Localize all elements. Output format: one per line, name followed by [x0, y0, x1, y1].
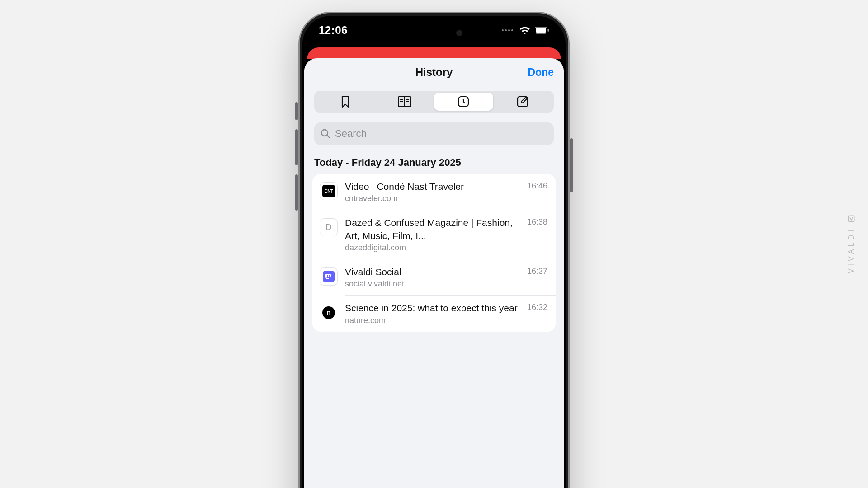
history-item-title: Dazed & Confused Magazine | Fashion, Art…: [345, 216, 520, 242]
svg-point-14: [321, 130, 328, 136]
panel-tabs: [314, 91, 554, 113]
history-item-domain: social.vivaldi.net: [345, 279, 520, 289]
history-item-time: 16:32: [527, 302, 547, 325]
history-item[interactable]: CNT Video | Condé Nast Traveler cntravel…: [312, 174, 556, 210]
svg-line-15: [327, 136, 330, 138]
history-item-domain: dazeddigital.com: [345, 243, 520, 253]
mastodon-favicon: [323, 271, 335, 282]
history-sheet: History Done: [304, 58, 564, 488]
phone-volume-up: [295, 129, 298, 165]
cnt-favicon: CNT: [322, 185, 335, 197]
history-item-time: 16:38: [527, 216, 547, 253]
history-item-time: 16:37: [527, 266, 547, 289]
cellular-icon: [502, 29, 513, 31]
page-title: History: [415, 66, 453, 79]
favicon: CNT: [320, 182, 338, 200]
search-field[interactable]: [314, 122, 554, 145]
favicon: [320, 267, 338, 286]
vivaldi-watermark: VIVALDI: [847, 215, 855, 273]
history-item-title: Vivaldi Social: [345, 266, 520, 278]
done-button[interactable]: Done: [528, 66, 554, 79]
phone-volume-down: [295, 174, 298, 211]
history-section-header: Today - Friday 24 January 2025: [314, 157, 554, 169]
history-item[interactable]: D Dazed & Confused Magazine | Fashion, A…: [312, 210, 556, 259]
phone-frame: 12:06 History Done: [298, 12, 570, 488]
svg-rect-2: [536, 28, 546, 33]
browser-toolbar-peek: [307, 47, 561, 59]
history-item-domain: nature.com: [345, 316, 520, 325]
history-item[interactable]: n Science in 2025: what to expect this y…: [312, 296, 556, 331]
history-list: CNT Video | Condé Nast Traveler cntravel…: [312, 174, 556, 332]
notes-icon: [516, 95, 529, 108]
letter-favicon: D: [326, 223, 332, 232]
reading-list-icon: [397, 96, 412, 108]
tab-bookmarks[interactable]: [316, 93, 375, 111]
status-bar: 12:06: [300, 13, 568, 47]
history-item[interactable]: Vivaldi Social social.vivaldi.net 16:37: [312, 259, 556, 295]
tab-history[interactable]: [434, 93, 493, 111]
search-input[interactable]: [335, 128, 547, 140]
wifi-icon: [519, 26, 530, 34]
bookmark-icon: [340, 95, 350, 108]
status-time: 12:06: [319, 24, 348, 37]
favicon: n: [320, 304, 338, 322]
tab-reading-list[interactable]: [375, 93, 434, 111]
svg-rect-3: [548, 29, 549, 32]
phone-power-button: [570, 138, 573, 192]
tab-notes[interactable]: [493, 93, 552, 111]
history-item-time: 16:46: [527, 180, 547, 203]
favicon: D: [320, 218, 338, 236]
history-item-domain: cntraveler.com: [345, 194, 520, 203]
history-item-title: Video | Condé Nast Traveler: [345, 180, 520, 193]
search-icon: [321, 129, 330, 139]
phone-mute-switch: [295, 102, 298, 120]
dynamic-island: [400, 24, 468, 42]
history-item-title: Science in 2025: what to expect this yea…: [345, 302, 520, 314]
battery-icon: [535, 27, 549, 34]
nature-favicon: n: [322, 306, 335, 319]
history-icon: [457, 95, 470, 108]
